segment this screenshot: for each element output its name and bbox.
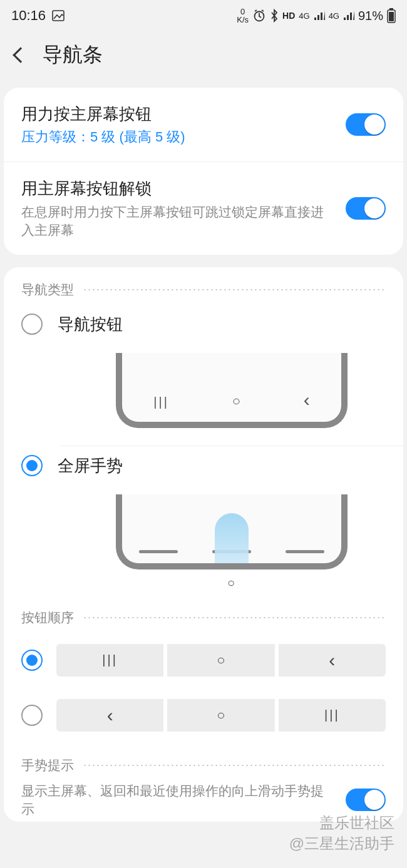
order-segment-1 xyxy=(56,644,386,677)
order-option-2[interactable] xyxy=(4,688,403,743)
home-icon xyxy=(217,652,225,668)
bluetooth-icon xyxy=(270,9,279,23)
hard-press-toggle[interactable] xyxy=(346,113,386,136)
option-nav-buttons[interactable]: 导航按钮 xyxy=(4,305,403,335)
back-nav-icon xyxy=(304,391,310,409)
radio-order-1[interactable] xyxy=(21,650,43,671)
row-gesture-hint[interactable]: 显示主屏幕、返回和最近使用操作的向上滑动手势提示 xyxy=(4,780,403,822)
option-gesture[interactable]: 全屏手势 xyxy=(4,446,403,477)
page-header: 导航条 xyxy=(0,28,407,88)
section-button-order: 按钮顺序 xyxy=(4,590,403,633)
gesture-bar-right xyxy=(286,550,324,553)
order-segment-2 xyxy=(56,699,386,732)
unlock-home-title: 用主屏幕按钮解锁 xyxy=(21,177,336,200)
row-hard-press[interactable]: 用力按主屏幕按钮 压力等级：5 级 (最高 5 级) xyxy=(4,88,403,161)
home-icon xyxy=(232,393,240,409)
alarm-icon xyxy=(252,9,266,23)
signal-1-icon xyxy=(314,11,325,21)
radio-nav-buttons[interactable] xyxy=(21,314,43,335)
preview-gesture: ○ xyxy=(4,477,403,590)
radio-gesture[interactable] xyxy=(21,455,43,476)
back-icon[interactable] xyxy=(13,47,28,63)
hard-press-title: 用力按主屏幕按钮 xyxy=(21,103,336,125)
signal-2-icon xyxy=(343,11,354,21)
gesture-hint-title: 手势提示 xyxy=(21,757,74,774)
section-gesture-hint: 手势提示 xyxy=(4,743,403,780)
option-gesture-label: 全屏手势 xyxy=(58,455,123,477)
order-option-1[interactable] xyxy=(4,633,403,688)
row-unlock-home[interactable]: 用主屏幕按钮解锁 在息屏时用力按下主屏幕按钮可跳过锁定屏幕直接进入主屏幕 xyxy=(4,161,403,254)
hd-icon: HD xyxy=(282,11,295,21)
home-indicator-icon: ○ xyxy=(116,576,348,590)
hard-press-subtitle: 压力等级：5 级 (最高 5 级) xyxy=(21,128,336,146)
status-bar: 10:16 0 K/s HD 4G 4G 91% xyxy=(0,0,407,28)
signal-2-label: 4G xyxy=(329,11,339,21)
unlock-home-desc: 在息屏时用力按下主屏幕按钮可跳过锁定屏幕直接进入主屏幕 xyxy=(21,203,336,240)
battery-icon xyxy=(387,8,396,23)
swipe-finger-icon xyxy=(215,513,249,563)
recent-apps-icon xyxy=(324,708,340,722)
divider-dots xyxy=(83,765,386,766)
unlock-home-toggle[interactable] xyxy=(346,197,386,220)
card-home-button: 用力按主屏幕按钮 压力等级：5 级 (最高 5 级) 用主屏幕按钮解锁 在息屏时… xyxy=(4,88,403,255)
divider-dots xyxy=(83,617,386,618)
svg-rect-4 xyxy=(389,12,394,21)
radio-order-2[interactable] xyxy=(21,705,43,726)
option-nav-buttons-label: 导航按钮 xyxy=(58,314,123,335)
status-time: 10:16 xyxy=(11,8,46,24)
picture-icon xyxy=(52,10,64,21)
gesture-bar-left xyxy=(139,550,178,553)
page-title: 导航条 xyxy=(43,41,103,69)
preview-nav-buttons xyxy=(4,335,403,428)
section-nav-type-label: 导航类型 xyxy=(21,281,74,299)
back-nav-icon xyxy=(329,651,335,670)
signal-1-label: 4G xyxy=(299,11,309,21)
section-button-order-label: 按钮顺序 xyxy=(21,609,74,626)
gesture-hint-desc: 显示主屏幕、返回和最近使用操作的向上滑动手势提示 xyxy=(21,782,336,819)
battery-percent: 91% xyxy=(358,9,383,23)
recent-apps-icon xyxy=(102,653,118,667)
back-nav-icon xyxy=(107,706,113,725)
watermark-line2: @三星生活助手 xyxy=(289,833,394,854)
card-nav-settings: 导航类型 导航按钮 全屏手势 ○ xyxy=(4,267,403,822)
section-nav-type: 导航类型 xyxy=(4,267,403,305)
home-icon xyxy=(217,707,225,723)
recent-apps-icon xyxy=(153,395,169,409)
gesture-hint-toggle[interactable] xyxy=(346,789,386,811)
net-speed-icon: 0 K/s xyxy=(237,8,249,24)
divider-dots xyxy=(83,289,386,290)
